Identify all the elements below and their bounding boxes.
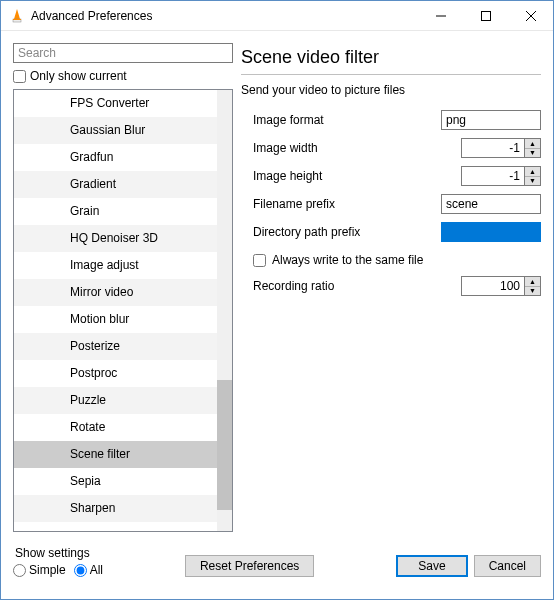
- spin-down-icon[interactable]: ▼: [525, 177, 540, 186]
- image-format-label: Image format: [241, 113, 391, 127]
- maximize-button[interactable]: [463, 1, 508, 30]
- recording-ratio-input[interactable]: [461, 276, 525, 296]
- tree-scroll-thumb[interactable]: [217, 380, 232, 510]
- save-button[interactable]: Save: [396, 555, 467, 577]
- tree-item[interactable]: Postproc: [14, 360, 217, 387]
- always-write-checkbox[interactable]: [253, 254, 266, 267]
- tree-item[interactable]: Puzzle: [14, 387, 217, 414]
- spin-up-icon[interactable]: ▲: [525, 167, 540, 177]
- simple-radio-label[interactable]: Simple: [13, 563, 66, 577]
- window-title: Advanced Preferences: [31, 9, 418, 23]
- image-width-stepper[interactable]: ▲▼: [461, 138, 541, 158]
- tree-item[interactable]: Motion blur: [14, 306, 217, 333]
- tree-item[interactable]: Sharpen: [14, 495, 217, 522]
- tree-item[interactable]: Gaussian Blur: [14, 117, 217, 144]
- panel-divider: [241, 74, 541, 75]
- image-width-input[interactable]: [461, 138, 525, 158]
- image-height-label: Image height: [241, 169, 391, 183]
- filter-tree: FPS ConverterGaussian BlurGradfunGradien…: [13, 89, 233, 532]
- recording-ratio-label: Recording ratio: [241, 279, 391, 293]
- recording-ratio-stepper[interactable]: ▲▼: [461, 276, 541, 296]
- cancel-button[interactable]: Cancel: [474, 555, 541, 577]
- search-input[interactable]: [13, 43, 233, 63]
- tree-item[interactable]: Grain: [14, 198, 217, 225]
- tree-item[interactable]: Sepia: [14, 468, 217, 495]
- tree-item[interactable]: Scene filter: [14, 441, 217, 468]
- tree-item[interactable]: Mirror video: [14, 279, 217, 306]
- simple-radio[interactable]: [13, 564, 26, 577]
- reset-preferences-button[interactable]: Reset Preferences: [185, 555, 314, 577]
- tree-item[interactable]: FPS Converter: [14, 90, 217, 117]
- filename-prefix-input[interactable]: [441, 194, 541, 214]
- app-icon: [9, 8, 25, 24]
- all-radio-label[interactable]: All: [74, 563, 103, 577]
- tree-item[interactable]: HQ Denoiser 3D: [14, 225, 217, 252]
- dir-prefix-label: Directory path prefix: [241, 225, 391, 239]
- filename-prefix-label: Filename prefix: [241, 197, 391, 211]
- panel-title: Scene video filter: [241, 47, 541, 68]
- svg-marker-0: [14, 9, 20, 19]
- close-button[interactable]: [508, 1, 553, 30]
- tree-item[interactable]: Image adjust: [14, 252, 217, 279]
- tree-item[interactable]: Posterize: [14, 333, 217, 360]
- minimize-button[interactable]: [418, 1, 463, 30]
- all-radio[interactable]: [74, 564, 87, 577]
- image-height-stepper[interactable]: ▲▼: [461, 166, 541, 186]
- tree-item[interactable]: Gradient: [14, 171, 217, 198]
- spin-down-icon[interactable]: ▼: [525, 287, 540, 296]
- only-show-current-checkbox[interactable]: [13, 70, 26, 83]
- tree-item[interactable]: Rotate: [14, 414, 217, 441]
- spin-down-icon[interactable]: ▼: [525, 149, 540, 158]
- show-settings-label: Show settings: [13, 546, 103, 560]
- titlebar: Advanced Preferences: [1, 1, 553, 31]
- show-settings-group: Show settings Simple All: [13, 546, 103, 577]
- panel-subtitle: Send your video to picture files: [241, 83, 541, 97]
- image-height-input[interactable]: [461, 166, 525, 186]
- always-write-label: Always write to the same file: [272, 253, 423, 267]
- svg-rect-2: [13, 19, 21, 20]
- tree-item[interactable]: Gradfun: [14, 144, 217, 171]
- only-show-current-label: Only show current: [30, 69, 127, 83]
- image-width-label: Image width: [241, 141, 391, 155]
- svg-rect-4: [481, 11, 490, 20]
- tree-scrollbar[interactable]: [217, 90, 232, 531]
- dir-prefix-input[interactable]: [441, 222, 541, 242]
- spin-up-icon[interactable]: ▲: [525, 277, 540, 287]
- spin-up-icon[interactable]: ▲: [525, 139, 540, 149]
- image-format-input[interactable]: [441, 110, 541, 130]
